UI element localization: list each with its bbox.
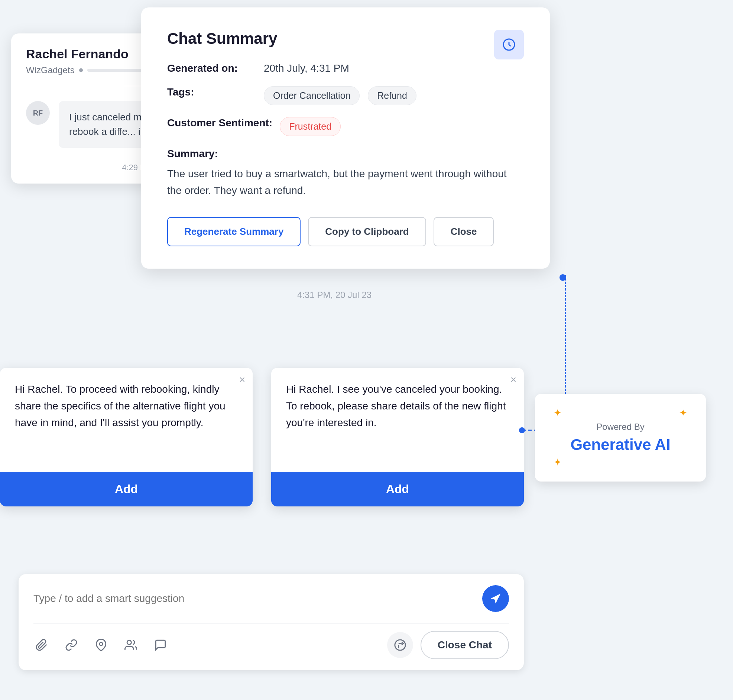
tags-row: Tags: Order Cancellation Refund: [167, 86, 524, 105]
add-suggestion-2-button[interactable]: Add: [271, 472, 524, 506]
ai-badge-stars-bottom: ✦: [554, 457, 687, 468]
close-summary-button[interactable]: Close: [433, 217, 494, 246]
chat-toolbar: Close Chat: [34, 623, 509, 659]
chat-input-area: Close Chat: [19, 574, 524, 670]
summary-panel: Chat Summary Generated on: 20th July, 4:…: [141, 7, 550, 269]
generated-value: 20th July, 4:31 PM: [264, 62, 349, 74]
generated-label: Generated on:: [167, 62, 256, 74]
tag-order-cancellation: Order Cancellation: [264, 86, 360, 105]
tag-refund: Refund: [368, 86, 416, 105]
add-suggestion-1-button[interactable]: Add: [0, 472, 253, 506]
suggestion-text-1: Hi Rachel. To proceed with rebooking, ki…: [0, 368, 253, 472]
svg-point-4: [127, 640, 131, 644]
svg-point-5: [395, 640, 405, 650]
toolbar-icons: [34, 637, 169, 653]
sentiment-row: Customer Sentiment: Frustrated: [167, 117, 524, 136]
tags-container: Order Cancellation Refund: [264, 86, 422, 105]
input-row: [34, 585, 509, 612]
close-suggestion-1[interactable]: ×: [239, 374, 245, 386]
sentiment-value: Frustrated: [280, 117, 341, 136]
svg-point-2: [519, 427, 525, 433]
summary-text-section: Summary: The user tried to buy a smartwa…: [167, 148, 524, 199]
ai-powered-label: Powered By: [554, 422, 687, 432]
avatar: RF: [26, 101, 50, 125]
summary-text-body: The user tried to buy a smartwatch, but …: [167, 166, 524, 199]
ai-badge: ✦ ✦ Powered By Generative AI ✦: [535, 394, 706, 481]
link-icon[interactable]: [63, 637, 79, 653]
ai-title: Generative AI: [554, 436, 687, 454]
toolbar-right: Close Chat: [387, 631, 509, 659]
close-chat-button[interactable]: Close Chat: [420, 631, 509, 659]
status-dot: [79, 68, 83, 72]
company-name: WizGadgets: [26, 65, 75, 75]
location-icon[interactable]: [93, 637, 109, 653]
tags-label: Tags:: [167, 86, 256, 98]
sentiment-label: Customer Sentiment:: [167, 117, 272, 129]
summary-actions: Regenerate Summary Copy to Clipboard Clo…: [167, 217, 524, 246]
suggestion-card-1: × Hi Rachel. To proceed with rebooking, …: [0, 368, 253, 506]
svg-point-3: [100, 643, 103, 646]
close-suggestion-2[interactable]: ×: [510, 374, 516, 386]
attachment-icon[interactable]: [34, 637, 50, 653]
copy-to-clipboard-button[interactable]: Copy to Clipboard: [308, 217, 426, 246]
ai-badge-stars-top: ✦ ✦: [554, 407, 687, 419]
generated-row: Generated on: 20th July, 4:31 PM: [167, 62, 524, 74]
star-icon-bottom: ✦: [554, 457, 562, 468]
transfer-button[interactable]: [387, 632, 413, 658]
message-icon[interactable]: [152, 637, 169, 653]
summary-timestamp: 4:31 PM, 20 Jul 23: [297, 290, 372, 300]
send-button[interactable]: [482, 585, 509, 612]
people-icon[interactable]: [123, 637, 139, 653]
connector-dot-top: [560, 274, 566, 281]
summary-text-label: Summary:: [167, 148, 524, 160]
regenerate-summary-button[interactable]: Regenerate Summary: [167, 217, 301, 246]
suggestion-text-2: Hi Rachel. I see you've canceled your bo…: [271, 368, 524, 472]
star-icon-right: ✦: [679, 407, 687, 419]
summary-avatar-icon: [494, 30, 524, 59]
star-icon-left: ✦: [554, 407, 562, 419]
chat-input-field[interactable]: [34, 593, 475, 604]
suggestion-card-2: × Hi Rachel. I see you've canceled your …: [271, 368, 524, 506]
summary-title: Chat Summary: [167, 30, 524, 47]
